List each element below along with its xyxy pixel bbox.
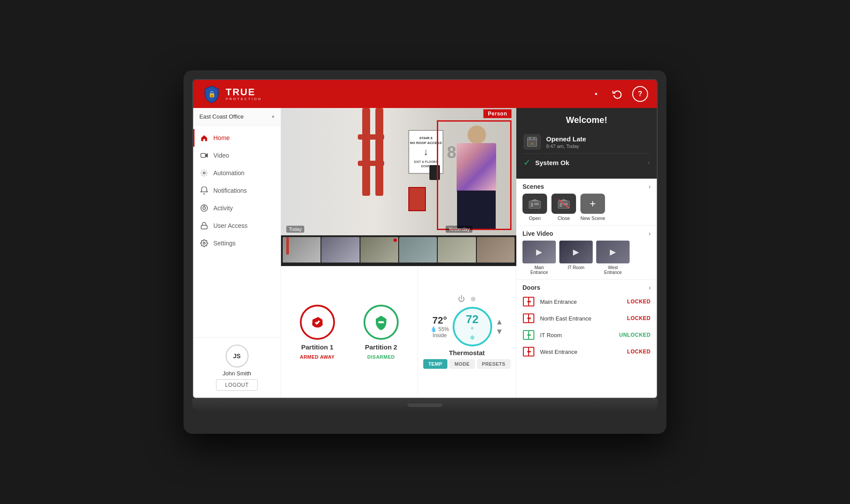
- scene-open-icon: [522, 194, 547, 214]
- door-icon-2: [522, 313, 536, 324]
- scene-new-button[interactable]: + New Scene: [580, 194, 605, 221]
- pipe-vertical-1: [362, 108, 370, 196]
- svg-rect-18: [534, 203, 539, 205]
- door-row-northeast-entrance[interactable]: North East Entrance LOCKED: [522, 311, 651, 325]
- alert-row: Opened Late 8:47 am, Today: [523, 130, 650, 153]
- thermostat-down-button[interactable]: ▼: [496, 328, 504, 335]
- main-layout: East Coast Office ▾ Home: [193, 108, 657, 398]
- video-section: STAIR 8NO ROOF ACCESS ↓ EXIT & FLOORSDOW…: [281, 108, 516, 266]
- live-play-1: ▶: [522, 241, 556, 263]
- thumbnail-5[interactable]: 8:46 pm: [438, 237, 475, 266]
- logout-button[interactable]: LOGOUT: [216, 379, 258, 391]
- live-thumb-it-room[interactable]: ▶ IT Room: [559, 241, 593, 275]
- door-row-west-entrance[interactable]: West Entrance LOCKED: [522, 345, 651, 359]
- logo: 🔒 TRUE PROTECTION: [202, 84, 262, 104]
- welcome-section: Welcome!: [516, 108, 657, 179]
- thermostat-tab-presets[interactable]: PRESETS: [477, 359, 511, 369]
- live-thumb-box-1: ▶: [522, 241, 556, 263]
- thermostat-dial[interactable]: 72 ° ❄: [453, 307, 492, 346]
- sidebar-label-notifications: Notifications: [213, 187, 247, 194]
- sidebar-item-user-access[interactable]: User Access: [193, 217, 281, 234]
- door-name-2: North East Entrance: [540, 315, 591, 322]
- sidebar-item-notifications[interactable]: Notifications: [193, 182, 281, 199]
- alert-text: Opened Late 8:47 am, Today: [546, 135, 586, 149]
- door-name-1: Main Entrance: [540, 299, 577, 305]
- svg-rect-21: [560, 203, 562, 207]
- thermostat-degree-symbol: °: [471, 326, 473, 334]
- door-left-4: West Entrance: [522, 346, 577, 357]
- door-row-main-entrance[interactable]: Main Entrance LOCKED: [522, 295, 651, 309]
- activity-icon: [200, 204, 208, 212]
- partition-1-status: ARMED AWAY: [300, 354, 335, 360]
- help-icon[interactable]: ?: [632, 86, 648, 102]
- svg-marker-19: [529, 199, 540, 202]
- thumbnail-3[interactable]: 1:02 pm: [360, 237, 398, 266]
- scene-open-button[interactable]: Open: [522, 194, 547, 221]
- settings-nav-icon: [200, 239, 208, 247]
- door-name-4: West Entrance: [540, 349, 577, 355]
- video-main[interactable]: STAIR 8NO ROOF ACCESS ↓ EXIT & FLOORSDOW…: [281, 108, 516, 235]
- svg-text:🔒: 🔒: [208, 90, 216, 98]
- thumbnail-badge-3: [393, 238, 397, 242]
- thermostat-tab-temp[interactable]: TEMP: [423, 359, 448, 369]
- logo-text: TRUE PROTECTION: [226, 87, 262, 101]
- welcome-title: Welcome!: [523, 115, 650, 125]
- sidebar-item-video[interactable]: Video: [193, 147, 281, 164]
- thermostat-panel: ⏻ ❄ 72° 💧 55% Inside: [418, 266, 516, 398]
- svg-point-31: [527, 317, 529, 319]
- alarm-panel: Partition 1 ARMED AWAY Partition 2 DISAR…: [281, 266, 418, 398]
- door-left-1: Main Entrance: [522, 296, 577, 307]
- partition-2[interactable]: Partition 2 DISARMED: [364, 305, 399, 360]
- door-row-it-room[interactable]: IT Room UNLOCKED: [522, 328, 651, 342]
- fan-icon: ❄: [470, 295, 476, 303]
- scenes-header: Scenes ›: [522, 183, 651, 190]
- door-status-1: LOCKED: [627, 299, 651, 305]
- door-list: Main Entrance LOCKED: [522, 295, 651, 359]
- refresh-icon[interactable]: [609, 86, 625, 102]
- scene-close-button[interactable]: Close: [551, 194, 576, 221]
- thumbnail-2[interactable]: 1:04 pm: [321, 237, 359, 266]
- sidebar: East Coast Office ▾ Home: [193, 108, 281, 398]
- thermostat-tab-mode[interactable]: MODE: [449, 359, 475, 369]
- scene-new-icon: +: [580, 194, 605, 214]
- partition-2-circle: [364, 305, 399, 340]
- system-ok-left: ✓ System Ok: [523, 157, 569, 168]
- partition-1[interactable]: Partition 1 ARMED AWAY: [300, 305, 335, 360]
- door-status-4: LOCKED: [627, 349, 651, 355]
- live-label-main-entrance: MainEntrance: [530, 265, 548, 275]
- sidebar-label-home: Home: [213, 134, 230, 141]
- live-play-2: ▶: [559, 241, 593, 263]
- thermostat-inside-label: Inside: [430, 332, 449, 338]
- sidebar-item-activity[interactable]: Activity: [193, 199, 281, 217]
- thermostat-up-button[interactable]: ▲: [496, 318, 504, 326]
- thumb-time-6: 8:39 pm: [477, 264, 491, 266]
- sidebar-item-automation[interactable]: Automation: [193, 164, 281, 182]
- home-icon: [200, 134, 208, 142]
- system-ok-row[interactable]: ✓ System Ok ›: [523, 153, 650, 171]
- partition-2-status: DISARMED: [367, 354, 395, 360]
- live-video-section: Live Video › ▶ MainEntrance: [516, 226, 657, 280]
- door-status-3: UNLOCKED: [619, 332, 651, 338]
- thumbnail-1[interactable]: 2:57 pm: [283, 237, 321, 266]
- thumb-bg-6: [477, 237, 515, 263]
- wall-red-box: [408, 187, 426, 211]
- svg-rect-17: [531, 203, 533, 207]
- door-icon-3: [522, 330, 536, 340]
- automation-icon: [200, 169, 208, 177]
- live-thumb-west-entrance[interactable]: ▶ WestEntrance: [596, 241, 630, 275]
- thumbnail-6[interactable]: 8:39 pm: [477, 237, 515, 266]
- sidebar-item-settings[interactable]: Settings: [193, 234, 281, 252]
- live-thumb-main-entrance[interactable]: ▶ MainEntrance: [522, 241, 556, 275]
- location-selector[interactable]: East Coast Office ▾: [193, 108, 281, 126]
- thumbnail-4[interactable]: 12:07 pm: [399, 237, 437, 266]
- scenes-grid: Open: [522, 194, 651, 221]
- snowflake-icon: ❄: [470, 334, 475, 341]
- thumb-time-3: 1:02 pm: [360, 264, 375, 266]
- doors-header: Doors ›: [522, 284, 651, 291]
- settings-icon[interactable]: [587, 86, 602, 102]
- doors-chevron: ›: [648, 284, 651, 291]
- door-left-2: North East Entrance: [522, 313, 591, 324]
- sidebar-item-home[interactable]: Home: [193, 129, 281, 147]
- svg-rect-1: [595, 93, 597, 95]
- detection-box: Person: [437, 120, 511, 230]
